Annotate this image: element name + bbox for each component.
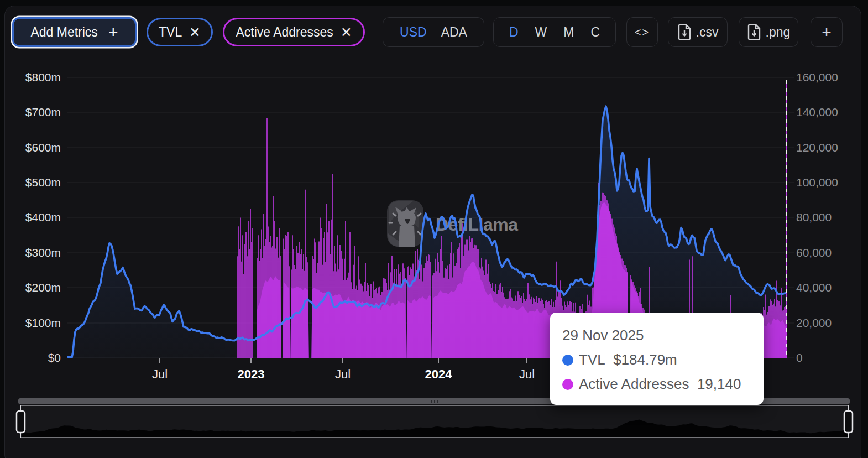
svg-text:Jul: Jul bbox=[152, 367, 168, 381]
svg-text:120,000: 120,000 bbox=[796, 141, 838, 154]
svg-text:40,000: 40,000 bbox=[796, 281, 832, 294]
svg-text:$700m: $700m bbox=[25, 106, 61, 118]
svg-text:160,000: 160,000 bbox=[796, 71, 838, 84]
svg-text:20,000: 20,000 bbox=[796, 316, 832, 329]
svg-text:$300m: $300m bbox=[25, 246, 61, 259]
svg-text:0: 0 bbox=[796, 351, 803, 364]
svg-text:140,000: 140,000 bbox=[796, 106, 838, 118]
svg-text:Jul: Jul bbox=[519, 367, 535, 381]
svg-text:60,000: 60,000 bbox=[796, 246, 832, 259]
svg-text:$100m: $100m bbox=[25, 316, 61, 329]
svg-text:$600m: $600m bbox=[25, 141, 61, 154]
svg-text:2023: 2023 bbox=[238, 367, 265, 381]
svg-text:Jul: Jul bbox=[335, 367, 351, 381]
svg-text:2024: 2024 bbox=[425, 367, 453, 381]
svg-text:$400m: $400m bbox=[25, 211, 61, 223]
svg-text:$200m: $200m bbox=[25, 281, 61, 294]
svg-text:100,000: 100,000 bbox=[796, 176, 838, 189]
svg-text:80,000: 80,000 bbox=[796, 211, 832, 223]
svg-text:$800m: $800m bbox=[25, 71, 61, 84]
svg-text:$500m: $500m bbox=[25, 176, 61, 189]
svg-text:$0: $0 bbox=[48, 351, 61, 364]
